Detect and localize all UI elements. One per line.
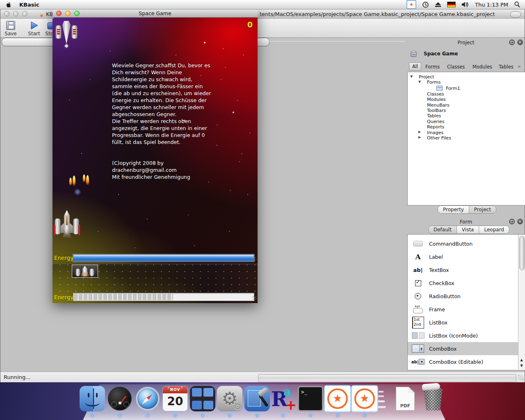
save-button[interactable]: Save: [1, 20, 20, 37]
resize-grip-icon[interactable]: [252, 257, 257, 261]
shot-flame: [86, 175, 89, 185]
toolbar-pill-button[interactable]: [510, 11, 521, 18]
tree-item-forms[interactable]: ▼ Forms: [408, 80, 525, 85]
close-panel-icon[interactable]: ×: [517, 219, 523, 224]
expander-closed-icon[interactable]: ▶: [418, 130, 421, 134]
tab-project[interactable]: Project: [469, 206, 496, 213]
control-combobox[interactable]: ▲▼ ComboBox: [408, 342, 518, 355]
dock-pdf-document[interactable]: PDF: [393, 386, 418, 411]
tree-item-images[interactable]: ▶ Images: [408, 130, 525, 135]
listbox-iconmode-icon: [412, 332, 424, 339]
tree-item-queries[interactable]: Queries: [408, 119, 525, 124]
dock-ical[interactable]: NOV 20: [162, 386, 188, 411]
scrollbar[interactable]: ▲ ▼: [518, 235, 525, 369]
eject-icon[interactable]: [435, 0, 441, 9]
tab-tables[interactable]: Tables: [499, 64, 514, 70]
tree-item-modules[interactable]: Modules: [408, 97, 525, 102]
tree-item-form1[interactable]: Form1: [408, 85, 525, 91]
expander-open-icon[interactable]: ▼: [418, 80, 421, 84]
control-checkbox[interactable]: ✓ CheckBox: [408, 276, 518, 290]
tab-classes[interactable]: Classes: [447, 64, 465, 70]
zoom-window-button[interactable]: [22, 11, 27, 16]
expander-closed-icon[interactable]: ▶: [418, 135, 421, 139]
tab-forms[interactable]: Forms: [425, 64, 440, 70]
tree-item-classes[interactable]: Classes: [408, 91, 525, 97]
tree-item-tables[interactable]: Tables: [408, 113, 525, 119]
control-label[interactable]: A Label: [408, 250, 518, 263]
menu-clock[interactable]: Thu 1:13 PM: [475, 2, 508, 8]
start-play-icon: [30, 21, 39, 30]
project-tree: ▼ Project ▼ Forms Form1 Classes Modules …: [407, 72, 525, 205]
running-indicator: [336, 414, 339, 417]
tree-item-menubars[interactable]: MenuBars: [408, 103, 525, 108]
apple-icon: [6, 1, 12, 8]
volume-icon[interactable]: [461, 0, 469, 9]
dock-finder[interactable]: [80, 386, 105, 411]
scrollbar-thumb[interactable]: [519, 236, 525, 270]
dock-system-preferences[interactable]: ⚙⚙: [217, 386, 242, 411]
status-text: Running...: [4, 374, 31, 380]
radiobutton-icon: [412, 293, 424, 299]
control-combobox-editable[interactable]: ab|▼ ComboBox (Editable): [408, 355, 518, 368]
nebula-speckles: [52, 18, 54, 19]
tab-default[interactable]: Default: [429, 226, 457, 233]
dock-xcode[interactable]: [244, 386, 270, 411]
dock-kbasic-2[interactable]: ★: [352, 386, 377, 411]
close-panel-icon[interactable]: ×: [517, 39, 523, 45]
control-frame[interactable]: xyz Frame: [408, 303, 518, 316]
dock-dashboard[interactable]: [107, 386, 132, 411]
xcode-icon: [244, 386, 270, 411]
project-name: Space Game: [424, 51, 458, 57]
tab-all[interactable]: All: [409, 62, 421, 71]
running-indicator: [282, 414, 284, 417]
time-machine-icon[interactable]: [422, 0, 429, 9]
running-indicator: [256, 414, 258, 417]
control-radiobutton[interactable]: RadioButton: [408, 290, 518, 303]
tree-item-other-files[interactable]: ▶ Other Files: [408, 135, 525, 141]
dock-r-app[interactable]: R a +: [270, 386, 296, 411]
tab-modules[interactable]: Modules: [472, 64, 492, 70]
minimize-window-button[interactable]: [13, 11, 18, 16]
resize-grip-icon[interactable]: [518, 375, 523, 380]
tab-property[interactable]: Property: [438, 206, 469, 213]
tree-item-reports[interactable]: Reports: [408, 124, 525, 130]
panel-switch-tabs: Property Project: [438, 205, 496, 214]
dock-terminal[interactable]: >_: [298, 386, 323, 411]
menu-bar: KBasic ★ Thu 1:13 PM: [0, 0, 525, 9]
safari-icon: [136, 387, 160, 411]
tree-item-toolbars[interactable]: ToolBars: [408, 108, 525, 113]
scroll-up-icon[interactable]: ▲: [518, 357, 525, 363]
control-textbox[interactable]: ab| TextBox: [408, 263, 518, 276]
start-button[interactable]: Start: [25, 20, 43, 37]
running-indicator: [363, 414, 366, 417]
game-window-titlebar[interactable]: Space Game: [52, 9, 258, 18]
tab-vista[interactable]: Vista: [457, 226, 479, 233]
tabs-overflow-icon[interactable]: »: [518, 63, 521, 69]
german-flag-icon[interactable]: [447, 0, 456, 9]
dock-safari[interactable]: [135, 386, 160, 411]
menu-app-name[interactable]: KBasic: [19, 2, 39, 8]
float-panel-icon[interactable]: [509, 39, 515, 45]
picturebox-control[interactable]: [72, 265, 98, 278]
trash-paper: [422, 383, 440, 390]
close-window-button[interactable]: [4, 11, 9, 16]
dock-kbasic-1[interactable]: ★: [325, 386, 350, 411]
game-info-text: Wieviele Gegner schaffst Du, bevor es Di…: [112, 62, 215, 146]
tree-item-project[interactable]: ▼ Project: [408, 74, 525, 80]
spotlight-search-icon[interactable]: [514, 0, 520, 9]
dock-spaces[interactable]: [190, 386, 215, 411]
resize-grip-icon[interactable]: [252, 296, 257, 301]
control-listbox[interactable]: 1st2nd ListBox: [408, 316, 518, 329]
score-value: 0: [247, 20, 253, 29]
apple-menu[interactable]: [6, 0, 12, 9]
dock-divider: [377, 395, 384, 397]
expander-open-icon[interactable]: ▼: [410, 75, 413, 78]
kbasic-menu-extra-icon[interactable]: ★: [406, 0, 416, 9]
designer-progressbar-control[interactable]: [73, 293, 254, 301]
scroll-down-icon[interactable]: ▼: [518, 363, 525, 368]
game-canvas: 0 Wieviele Gegner schaffst Du, bevor es …: [52, 18, 258, 264]
tab-leopard[interactable]: Leopard: [479, 226, 509, 233]
control-listbox-iconmode[interactable]: ListBox (IconMode): [408, 329, 518, 342]
control-commandbutton[interactable]: CommandButton: [408, 237, 518, 250]
float-panel-icon[interactable]: [509, 219, 515, 224]
